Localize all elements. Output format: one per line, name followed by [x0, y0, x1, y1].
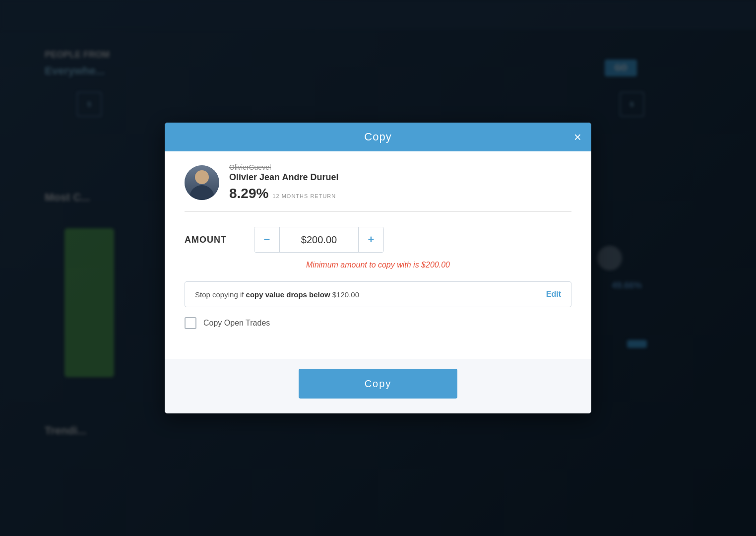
return-label: 12 MONTHS RETURN [272, 193, 336, 199]
amount-label: AMOUNT [185, 235, 244, 245]
close-button[interactable]: × [574, 131, 581, 143]
return-value: 8.29% [229, 186, 268, 201]
copy-open-trades-label: Copy Open Trades [203, 319, 270, 328]
copy-submit-button[interactable]: Copy [299, 369, 457, 399]
stop-copy-value: $120.00 [330, 290, 359, 299]
avatar-head [195, 170, 209, 184]
trader-username: OlivierGuevel [229, 163, 571, 171]
amount-section: AMOUNT − + [185, 227, 571, 253]
modal-title: Copy [364, 131, 391, 143]
stop-copy-box: Stop copying if copy value drops below $… [185, 281, 571, 307]
amount-controls: − + [254, 227, 384, 253]
stop-copy-prefix: Stop copying if [195, 290, 246, 299]
copy-open-trades-row: Copy Open Trades [185, 317, 571, 329]
trader-return: 8.29% 12 MONTHS RETURN [229, 186, 571, 201]
amount-input[interactable] [279, 227, 359, 252]
modal-footer: Copy [165, 359, 591, 413]
avatar-image [185, 165, 219, 200]
stop-copy-text: Stop copying if copy value drops below $… [195, 290, 359, 299]
minimum-warning: Minimum amount to copy with is $200.00 [185, 261, 571, 269]
avatar-body [189, 185, 214, 200]
modal-backdrop: Copy × OlivierGuevel Olivier Jean Andre … [0, 0, 756, 536]
trader-avatar [185, 165, 219, 200]
stop-copy-bold: copy value drops below [246, 290, 330, 299]
modal-header: Copy × [165, 123, 591, 151]
edit-button[interactable]: Edit [536, 290, 561, 299]
modal-body: OlivierGuevel Olivier Jean Andre Duruel … [165, 151, 591, 359]
increment-button[interactable]: + [359, 227, 383, 252]
copy-open-trades-checkbox[interactable] [185, 317, 196, 329]
trader-details: OlivierGuevel Olivier Jean Andre Duruel … [229, 163, 571, 201]
trader-info: OlivierGuevel Olivier Jean Andre Duruel … [185, 163, 571, 212]
decrement-button[interactable]: − [254, 227, 279, 252]
trader-fullname: Olivier Jean Andre Duruel [229, 172, 571, 183]
copy-modal: Copy × OlivierGuevel Olivier Jean Andre … [165, 123, 591, 413]
